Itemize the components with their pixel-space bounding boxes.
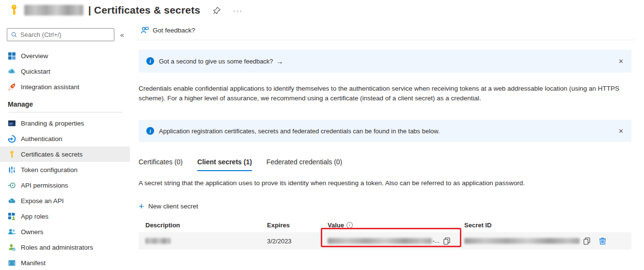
sidebar-item-label: Roles and administrators [21, 244, 93, 251]
copy-icon [583, 238, 590, 245]
close-icon[interactable]: ✕ [618, 58, 624, 65]
manifest-code-icon: { } [8, 259, 16, 267]
sidebar-item-integration-assistant[interactable]: Integration assistant [0, 79, 130, 95]
sidebar-divider [9, 112, 122, 112]
sidebar-item-branding-properties[interactable]: Branding & properties [0, 115, 130, 131]
sidebar-search[interactable] [7, 28, 114, 41]
sidebar-item-label: Certificates & secrets [21, 151, 83, 158]
column-value-label: Value [328, 222, 344, 229]
sidebar-item-label: Token configuration [21, 166, 78, 174]
sidebar: « Overview Quickstart Integration ass [0, 20, 130, 270]
sidebar-item-roles-and-administrators[interactable]: Roles and administrators [0, 239, 130, 255]
sidebar-item-label: Owners [21, 228, 44, 236]
tab-client-secrets[interactable]: Client secrets (1) [197, 158, 252, 171]
svg-text:{ }: { } [9, 261, 15, 265]
credential-tabs: Certificates (0) Client secrets (1) Fede… [139, 158, 631, 172]
person-check-icon [8, 243, 16, 252]
plus-icon: + [139, 202, 144, 211]
search-input[interactable] [20, 31, 110, 38]
redacted-app-name [24, 5, 83, 16]
key-icon [8, 4, 20, 16]
redirect-arrow-icon [8, 135, 16, 143]
table-header-row: Description Expires Value i Secret ID [139, 218, 631, 232]
info-icon: i [146, 57, 154, 65]
sidebar-item-overview[interactable]: Overview [0, 48, 130, 64]
redacted-secret-value [328, 238, 432, 244]
copy-value-button[interactable] [443, 238, 450, 245]
tab-federated-credentials[interactable]: Federated credentials (0) [267, 158, 342, 171]
got-feedback-label: Got feedback? [153, 27, 195, 34]
new-client-secret-button[interactable]: + New client secret [139, 202, 631, 211]
credentials-intro-text: Credentials enable confidential applicat… [139, 84, 631, 103]
copy-icon [443, 238, 450, 245]
secret-id-cell [464, 237, 631, 245]
new-client-secret-label: New client secret [148, 203, 198, 210]
copy-secret-id-button[interactable] [583, 238, 590, 245]
sidebar-item-certificates-secrets[interactable]: Certificates & secrets [0, 146, 130, 162]
people-icon [8, 228, 16, 236]
sidebar-item-token-configuration[interactable]: Token configuration [0, 162, 130, 177]
sidebar-item-expose-an-api[interactable]: Expose an API [0, 193, 130, 208]
app-roles-icon [8, 212, 16, 221]
pin-icon[interactable] [213, 6, 221, 15]
key-icon [8, 150, 16, 159]
sidebar-item-label: Overview [21, 52, 48, 60]
tabs-info-banner-text: Application registration certificates, s… [159, 127, 440, 135]
sidebar-item-label: Quickstart [21, 68, 50, 75]
feedback-banner: i Got a second to give us some feedback?… [139, 49, 631, 73]
feedback-icon [141, 26, 149, 34]
sidebar-item-label: Branding & properties [21, 120, 84, 127]
redacted-description [145, 238, 171, 244]
value-info-icon[interactable]: i [346, 222, 353, 228]
header-divider [137, 40, 634, 40]
page-title: | Certificates & secrets [88, 4, 200, 16]
got-feedback-button[interactable]: Got feedback? [139, 20, 631, 40]
cloud-icon [8, 197, 16, 205]
blade-header: | Certificates & secrets ··· [0, 0, 644, 20]
arrow-right-icon[interactable]: → [276, 57, 283, 65]
sidebar-item-api-permissions[interactable]: API permissions [0, 177, 130, 193]
overview-grid-icon [8, 52, 16, 60]
feedback-banner-text[interactable]: Got a second to give us some feedback? [159, 58, 273, 65]
main-content: Got feedback? i Got a second to give us … [130, 20, 644, 270]
api-plug-icon [8, 181, 16, 190]
sidebar-item-label: App roles [21, 213, 48, 220]
quickstart-cloud-icon [8, 67, 16, 76]
sidebar-item-label: Expose an API [21, 197, 64, 205]
expires-value: 3/2/2023 [267, 238, 328, 245]
client-secrets-table: Description Expires Value i Secret ID 3/… [139, 218, 631, 250]
browser-window-icon [8, 119, 16, 127]
info-icon: i [146, 127, 154, 135]
delete-secret-button[interactable] [599, 237, 606, 245]
sidebar-item-label: API permissions [21, 182, 68, 189]
tab-certificates[interactable]: Certificates (0) [139, 158, 183, 171]
table-row[interactable]: 3/2/2023 -... [139, 232, 631, 250]
sidebar-item-label: Manifest [21, 259, 46, 267]
secret-value-cell: -... [328, 238, 464, 245]
sidebar-item-quickstart[interactable]: Quickstart [0, 64, 130, 79]
more-options-icon[interactable]: ··· [233, 6, 243, 15]
redacted-secret-id [464, 238, 580, 244]
column-description: Description [139, 222, 267, 229]
search-icon [11, 32, 17, 38]
trash-icon [599, 237, 606, 245]
sidebar-item-authentication[interactable]: Authentication [0, 131, 130, 146]
sidebar-item-app-roles[interactable]: App roles [0, 208, 130, 224]
client-secret-description: A secret string that the application use… [139, 179, 631, 187]
token-bars-icon [8, 166, 16, 174]
value-ellipsis: -... [433, 238, 440, 244]
column-secret-id: Secret ID [464, 222, 631, 229]
sidebar-item-label: Authentication [21, 135, 63, 143]
rocket-icon [8, 83, 16, 91]
column-expires: Expires [267, 222, 328, 229]
sidebar-section-manage: Manage [0, 95, 130, 111]
sidebar-item-label: Integration assistant [21, 83, 79, 91]
close-icon[interactable]: ✕ [618, 127, 624, 135]
column-value: Value i [328, 222, 464, 229]
sidebar-item-owners[interactable]: Owners [0, 224, 130, 239]
tabs-info-banner: i Application registration certificates,… [139, 120, 631, 142]
sidebar-item-manifest[interactable]: { } Manifest [0, 255, 130, 270]
collapse-sidebar-icon[interactable]: « [120, 31, 124, 39]
